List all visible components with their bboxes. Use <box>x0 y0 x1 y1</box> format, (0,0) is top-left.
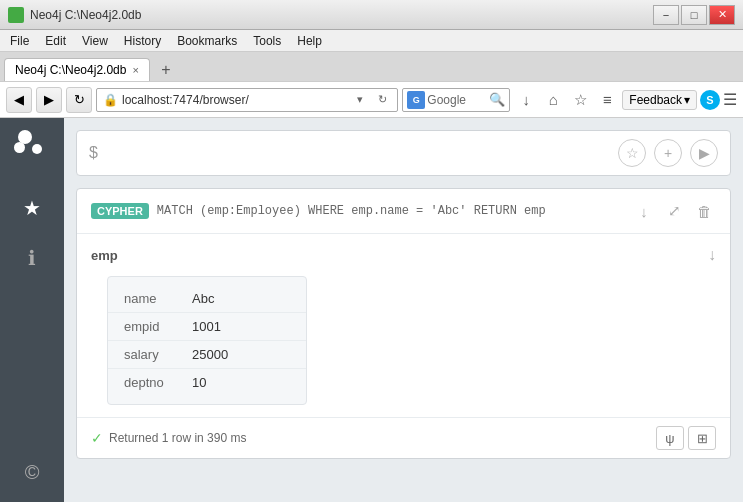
info-icon: ℹ <box>28 246 36 270</box>
sidebar-bottom: © <box>12 452 52 502</box>
reader-icon[interactable]: ≡ <box>595 88 619 112</box>
node-card: name Abc empid 1001 salary 25000 deptno … <box>107 276 307 405</box>
ssl-icon: 🔒 <box>103 93 118 107</box>
delete-result-button[interactable]: 🗑 <box>692 199 716 223</box>
node-val-deptno: 10 <box>192 375 206 390</box>
query-input-field[interactable] <box>106 146 610 161</box>
query-header: CYPHER MATCH (emp:Employee) WHERE emp.na… <box>77 189 730 234</box>
address-bar: ◀ ▶ ↻ 🔒 localhost:7474/browser/ ▾ ↻ G Go… <box>0 82 743 118</box>
window-controls: − □ ✕ <box>653 5 735 25</box>
status-text: Returned 1 row in 390 ms <box>109 431 246 445</box>
star-icon: ★ <box>23 196 41 220</box>
result-status: ✓ Returned 1 row in 390 ms <box>91 430 246 446</box>
content-area: $ ☆ + ▶ CYPHER MATCH (emp:Employee) WHER… <box>64 118 743 502</box>
back-button[interactable]: ◀ <box>6 87 32 113</box>
node-val-name: Abc <box>192 291 214 306</box>
tab-close-button[interactable]: × <box>132 64 138 76</box>
sidebar: ★ ℹ © <box>0 118 64 502</box>
result-download-button[interactable]: ↓ <box>708 246 716 264</box>
search-box: G Google 🔍 <box>402 88 510 112</box>
close-button[interactable]: ✕ <box>709 5 735 25</box>
check-icon: ✓ <box>91 430 103 446</box>
tab-neo4j[interactable]: Neo4j C:\Neo4j2.0db × <box>4 58 150 81</box>
app-icon <box>8 7 24 23</box>
minimize-button[interactable]: − <box>653 5 679 25</box>
expand-result-button[interactable]: ⤢ <box>662 199 686 223</box>
neo4j-logo <box>12 128 52 168</box>
logo-dot-2 <box>14 142 25 153</box>
sidebar-item-favorites[interactable]: ★ <box>12 188 52 228</box>
address-input[interactable]: 🔒 localhost:7474/browser/ ▾ ↻ <box>96 88 398 112</box>
node-val-empid: 1001 <box>192 319 221 334</box>
download-icon[interactable]: ↓ <box>514 88 538 112</box>
node-key-empid: empid <box>124 319 176 334</box>
run-query-button[interactable]: ▶ <box>690 139 718 167</box>
maximize-button[interactable]: □ <box>681 5 707 25</box>
feedback-button[interactable]: Feedback ▾ <box>622 90 697 110</box>
main-layout: ★ ℹ © $ ☆ + ▶ CYPHER MATCH (emp: <box>0 118 743 502</box>
tab-label: Neo4j C:\Neo4j2.0db <box>15 63 126 77</box>
node-key-deptno: deptno <box>124 375 176 390</box>
browser-toolbar: ↓ ⌂ ☆ ≡ Feedback ▾ S ☰ <box>514 88 737 112</box>
search-go-button[interactable]: 🔍 <box>489 92 505 107</box>
query-input-area: $ ☆ + ▶ <box>76 130 731 176</box>
add-query-button[interactable]: + <box>654 139 682 167</box>
menu-help[interactable]: Help <box>291 32 328 50</box>
title-bar: Neo4j C:\Neo4j2.0db − □ ✕ <box>0 0 743 30</box>
url-down-arrow[interactable]: ▾ <box>351 91 369 109</box>
skype-button[interactable]: S <box>700 90 720 110</box>
home-icon[interactable]: ⌂ <box>541 88 565 112</box>
grid-view-button[interactable]: ⊞ <box>688 426 716 450</box>
forward-button[interactable]: ▶ <box>36 87 62 113</box>
sidebar-item-info[interactable]: ℹ <box>12 238 52 278</box>
menu-view[interactable]: View <box>76 32 114 50</box>
view-buttons: ψ ⊞ <box>656 426 716 450</box>
query-header-left: CYPHER MATCH (emp:Employee) WHERE emp.na… <box>91 203 546 219</box>
refresh-icon[interactable]: ↻ <box>373 91 391 109</box>
cypher-badge: CYPHER <box>91 203 149 219</box>
tab-bar: Neo4j C:\Neo4j2.0db × + <box>0 52 743 82</box>
menu-file[interactable]: File <box>4 32 35 50</box>
result-frame: CYPHER MATCH (emp:Employee) WHERE emp.na… <box>76 188 731 459</box>
hamburger-menu[interactable]: ☰ <box>723 90 737 109</box>
menu-history[interactable]: History <box>118 32 167 50</box>
sidebar-item-copyright[interactable]: © <box>12 452 52 492</box>
feedback-label: Feedback <box>629 93 682 107</box>
dollar-sign: $ <box>89 144 98 162</box>
search-input[interactable]: Google <box>427 93 487 107</box>
download-result-button[interactable]: ↓ <box>632 199 656 223</box>
menu-edit[interactable]: Edit <box>39 32 72 50</box>
url-text: localhost:7474/browser/ <box>122 93 347 107</box>
node-val-salary: 25000 <box>192 347 228 362</box>
menu-bookmarks[interactable]: Bookmarks <box>171 32 243 50</box>
reload-button[interactable]: ↻ <box>66 87 92 113</box>
result-footer: ✓ Returned 1 row in 390 ms ψ ⊞ <box>77 417 730 458</box>
query-text: MATCH (emp:Employee) WHERE emp.name = 'A… <box>157 204 546 218</box>
menu-bar: File Edit View History Bookmarks Tools H… <box>0 30 743 52</box>
new-tab-button[interactable]: + <box>154 59 178 81</box>
feedback-arrow-icon: ▾ <box>684 93 690 107</box>
window-title: Neo4j C:\Neo4j2.0db <box>30 8 141 22</box>
node-row-name: name Abc <box>108 285 306 313</box>
query-header-actions: ↓ ⤢ 🗑 <box>632 199 716 223</box>
result-label: emp ↓ <box>91 246 716 264</box>
bookmark-icon[interactable]: ☆ <box>568 88 592 112</box>
menu-tools[interactable]: Tools <box>247 32 287 50</box>
node-key-salary: salary <box>124 347 176 362</box>
node-row-empid: empid 1001 <box>108 313 306 341</box>
logo-dot-3 <box>32 144 42 154</box>
copyright-icon: © <box>25 461 40 484</box>
favorite-query-button[interactable]: ☆ <box>618 139 646 167</box>
text-view-button[interactable]: ψ <box>656 426 684 450</box>
node-key-name: name <box>124 291 176 306</box>
result-body: emp ↓ name Abc empid 1001 salary 25000 <box>77 234 730 417</box>
google-logo: G <box>407 91 425 109</box>
node-row-deptno: deptno 10 <box>108 369 306 396</box>
node-row-salary: salary 25000 <box>108 341 306 369</box>
